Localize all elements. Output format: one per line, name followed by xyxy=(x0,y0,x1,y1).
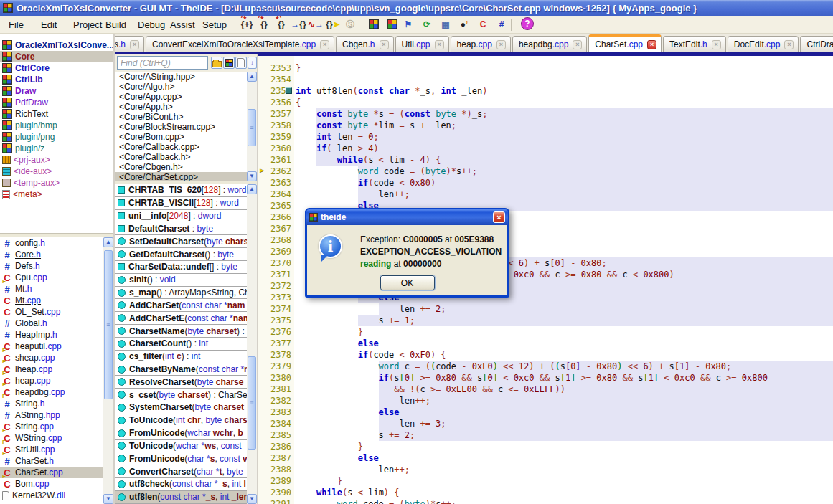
tab-close-icon[interactable]: × xyxy=(435,40,444,49)
include-item[interactable]: <Core/CharSet.cpp> xyxy=(115,172,247,181)
file-item[interactable]: #Defs.h xyxy=(0,260,103,272)
menu-debug[interactable]: Debug xyxy=(135,19,168,31)
editor-line[interactable]: 2385 s += 2; xyxy=(258,429,833,441)
dialog-close-icon[interactable]: × xyxy=(493,211,505,223)
preprocess-hash-icon[interactable]: # xyxy=(494,17,509,32)
symbol-item[interactable]: CHRTAB_VISCII[128] : word xyxy=(115,197,247,210)
editor-line[interactable]: 2378 if(code < 0xF0) { xyxy=(258,349,833,361)
include-item[interactable]: <Core/App.h> xyxy=(115,102,247,112)
editor-line[interactable]: 2359 int len = 0; xyxy=(258,131,833,143)
editor-line[interactable]: 2382 len++; xyxy=(258,395,833,406)
editor-line[interactable]: 2363 if(code < 0x80) xyxy=(258,177,833,189)
editor-line[interactable]: 2374 len += 2; xyxy=(258,303,833,315)
document-button[interactable] xyxy=(235,57,247,69)
layout-grid-icon[interactable]: ▦ xyxy=(438,17,453,32)
symbol-item[interactable]: sInit() : void xyxy=(115,274,247,287)
file-item[interactable]: #AString.hpp xyxy=(0,409,103,421)
symbol-item[interactable]: CHRTAB_TIS_620[128] : word xyxy=(115,184,247,197)
tab-TextEdit[interactable]: TextEdit.h× xyxy=(663,36,726,52)
build-package-icon[interactable] xyxy=(366,17,382,32)
package-item[interactable]: plugin/z xyxy=(0,143,113,154)
include-list-scrollbar[interactable]: ▲≡▼ xyxy=(247,72,257,181)
symbol-item[interactable]: SetDefaultCharset(byte chars xyxy=(115,235,247,248)
debug-bomb-icon[interactable]: ●ʼ xyxy=(456,17,472,32)
sort-button[interactable]: ↓ xyxy=(248,57,257,69)
package-item[interactable]: Draw xyxy=(0,85,113,97)
editor-line[interactable]: 2383 else xyxy=(258,406,833,418)
editor-line[interactable]: 2379 word c = ((code - 0xE0) << 12) + ((… xyxy=(258,361,833,372)
package-item[interactable]: plugin/bmp xyxy=(0,120,113,131)
editor-line[interactable]: 2386 } xyxy=(258,441,833,452)
package-item[interactable]: OracleXmlToXslConve... xyxy=(0,39,113,51)
symbol-item[interactable]: CharsetByName(const char *n xyxy=(115,363,247,376)
file-item[interactable]: Kernel32W.dli xyxy=(0,490,103,501)
editor-line[interactable]: 2360 if(_len > 4) xyxy=(258,143,833,154)
include-item[interactable]: <Core/App.cpp> xyxy=(115,92,247,102)
symbol-item[interactable]: DefaultCharset : byte xyxy=(115,222,247,235)
package-item[interactable]: <ide-aux> xyxy=(0,166,113,177)
file-item[interactable]: COL_Set.cpp xyxy=(0,306,103,318)
file-item[interactable]: CBom.cpp xyxy=(0,478,103,490)
include-item[interactable]: <Core/Bom.cpp> xyxy=(115,132,247,142)
editor-line[interactable]: 2381 && !(c >= 0xEE00 && c <= 0xEEFF)) xyxy=(258,384,833,395)
include-item[interactable]: <Core/AString.hpp> xyxy=(115,72,247,82)
editor-line[interactable]: 2364 len++; xyxy=(258,189,833,200)
scroll-up-icon[interactable]: ▲ xyxy=(103,237,113,247)
refresh-icon[interactable]: ⟳ xyxy=(419,17,435,32)
dialog-titlebar[interactable]: theide × xyxy=(306,209,508,225)
symbol-item[interactable]: s_map() : ArrayMap<String, Ch xyxy=(115,287,247,300)
symbol-item[interactable]: ToUnicode(int chr, byte chars xyxy=(115,414,247,427)
file-item[interactable]: #Core.h xyxy=(0,249,103,260)
ok-button[interactable]: OK xyxy=(380,275,435,290)
package-button[interactable] xyxy=(223,57,235,69)
editor-line[interactable]: 2387 else xyxy=(258,452,833,464)
file-item[interactable]: CFString.cpp xyxy=(0,421,103,432)
tab-heapdbg[interactable]: heapdbg.cpp× xyxy=(512,36,587,52)
symbol-item[interactable]: uni__info[2048] : dword xyxy=(115,210,247,223)
symbol-item[interactable]: utf8len(const char *_s, int _ler xyxy=(115,491,247,504)
include-item[interactable]: <Core/Callback.cpp> xyxy=(115,142,247,152)
file-item[interactable]: CMt.cpp xyxy=(0,295,103,306)
file-item[interactable]: #Mt.h xyxy=(0,283,103,295)
tab-close-icon[interactable]: × xyxy=(573,40,582,49)
tab-close-icon[interactable]: × xyxy=(496,40,506,49)
folder-button[interactable] xyxy=(211,57,222,69)
menu-setup[interactable]: Setup xyxy=(199,19,230,31)
tab-close-icon[interactable]: × xyxy=(647,40,656,49)
symbol-item[interactable]: CharsetCount() : int xyxy=(115,338,247,351)
tab-close-icon[interactable]: × xyxy=(380,40,389,49)
tab-close-icon[interactable]: × xyxy=(712,40,721,49)
editor-line[interactable]: 2361 while(s < lim - 4) { xyxy=(258,154,833,166)
window-titlebar[interactable]: OracleXmlToXslConverter - GUI MT - TheID… xyxy=(0,0,833,16)
debug-trace-icon[interactable]: ∿→ xyxy=(308,17,324,32)
editor-line[interactable]: 2356{ xyxy=(258,97,833,108)
include-item[interactable]: <Core/BlockStream.cpp> xyxy=(115,122,247,132)
package-item[interactable]: Core xyxy=(0,51,113,62)
package-item[interactable]: PdfDraw xyxy=(0,97,113,108)
symbol-item[interactable]: ConvertCharset(char *t, byte xyxy=(115,465,247,478)
editor-line[interactable]: 2362➤ word code = (byte)*s++; xyxy=(258,166,833,177)
symbol-item[interactable]: cs_filter(int c) : int xyxy=(115,351,247,363)
editor-line[interactable]: 2376 } xyxy=(258,326,833,338)
editor-line[interactable]: 2384 len += 3; xyxy=(258,418,833,429)
package-item[interactable]: <temp-aux> xyxy=(0,177,113,189)
editor-line[interactable]: 2388 len++; xyxy=(258,464,833,475)
debug-step-out-icon[interactable]: {}↶ xyxy=(273,17,289,32)
tab-DocEdit[interactable]: DocEdit.cpp× xyxy=(728,36,799,52)
file-item[interactable]: CFCpu.cpp xyxy=(0,272,103,283)
editor-line[interactable]: 2377 else xyxy=(258,338,833,349)
editor-line[interactable]: 2355int utf8len(const char *_s, int _len… xyxy=(258,85,833,97)
tab-close-icon[interactable]: × xyxy=(130,40,139,49)
symbol-item[interactable]: ToUnicode(wchar *ws, const xyxy=(115,440,247,453)
package-item[interactable]: plugin/png xyxy=(0,131,113,143)
help-icon[interactable]: ? xyxy=(521,17,534,30)
tab-ConvertExcelXmlToOracleXslTemplate[interactable]: ConvertExcelXmlToOracleXslTemplate.cpp× xyxy=(146,36,334,52)
include-item[interactable]: <Core/BiCont.h> xyxy=(115,112,247,122)
editor-line[interactable]: 2375 s += 1; xyxy=(258,315,833,326)
scroll-thumb[interactable]: ≡ xyxy=(248,109,256,146)
tab-Util[interactable]: Util.cpp× xyxy=(395,36,449,52)
scroll-up-icon[interactable]: ▲ xyxy=(247,184,257,194)
editor-line[interactable]: 2357 const byte *s = (const byte *)_s; xyxy=(258,108,833,120)
symbol-item[interactable]: CharsetName(byte charset) : xyxy=(115,325,247,338)
editor-line[interactable]: 2390 while(s < lim) { xyxy=(258,487,833,498)
